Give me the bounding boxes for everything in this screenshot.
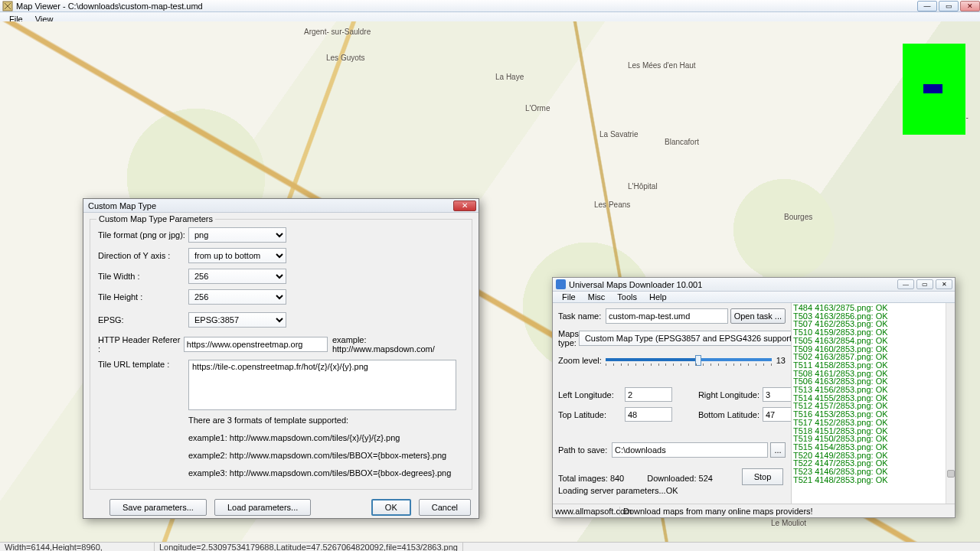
dialog1-titlebar[interactable]: Custom Map Type ✕ [83, 199, 479, 213]
tile-width-label: Tile Width : [98, 272, 188, 281]
template-textarea[interactable]: https://tile-c.openstreetmap.fr/hot/{z}/… [188, 360, 456, 410]
save-parameters-button[interactable]: Save parameters... [109, 499, 207, 516]
footer-url: www.allmapsoft.com [553, 507, 620, 516]
town-label: Argent- sur-Sauldre [304, 28, 371, 36]
town-label: L'Orme [525, 104, 550, 112]
downloader-menu-help[interactable]: Help [643, 291, 673, 303]
downloader-menu-tools[interactable]: Tools [611, 291, 643, 303]
overview-panel[interactable] [903, 44, 965, 135]
town-label: La Haye [495, 73, 524, 81]
epsg-select[interactable]: EPSG:3857 [188, 312, 286, 328]
path-browse-button[interactable]: ... [770, 442, 786, 458]
server-status-line: Loading server parameters...OK [558, 486, 786, 495]
maps-type-label: Maps type: [558, 329, 579, 347]
dialog2-title: Universal Maps Downloader 10.001 [569, 280, 897, 289]
overview-viewport-box[interactable] [923, 84, 942, 93]
open-task-button[interactable]: Open task ... [730, 308, 786, 324]
zoom-slider[interactable] [606, 353, 772, 368]
status-bar: Width=6144,Height=8960, X=3224,Y=4270 Lo… [0, 542, 980, 551]
town-label: Bourges [784, 213, 812, 221]
downloader-dialog: Universal Maps Downloader 10.001 — ▭ ✕ F… [552, 277, 956, 518]
task-name-input[interactable] [606, 308, 728, 324]
status-geo: Longitude=2.53097534179688,Latitude=47.5… [155, 543, 463, 551]
zoom-value: 13 [776, 356, 786, 365]
town-label: La Savatrie [599, 130, 639, 139]
task-name-label: Task name: [558, 311, 606, 321]
example-1: example1: http://www.mapsdown.com/tiles/… [188, 433, 464, 442]
ok-button[interactable]: OK [371, 499, 411, 516]
footer-tagline: Download maps from many online maps prov… [620, 507, 813, 516]
example-3: example3: http://www.mapsdown.com/tiles/… [188, 468, 464, 478]
total-images-label: Total images: [558, 474, 608, 483]
dialog1-close-button[interactable]: ✕ [453, 201, 476, 211]
path-save-input[interactable] [612, 442, 768, 458]
direction-y-label: Direction of Y axis : [98, 251, 188, 260]
left-longitude-input[interactable] [625, 387, 672, 402]
town-label: Blancafort [665, 138, 699, 146]
load-parameters-button[interactable]: Load parameters... [214, 499, 311, 516]
right-longitude-label: Right Longitude: [688, 390, 763, 399]
town-label: L'Hôpital [628, 182, 658, 191]
log-vertical-scrollbar[interactable] [946, 303, 955, 505]
downloaded-value: 524 [699, 474, 713, 483]
cancel-button[interactable]: Cancel [419, 499, 471, 516]
dialog2-titlebar[interactable]: Universal Maps Downloader 10.001 — ▭ ✕ [553, 278, 955, 292]
referer-label: HTTP Header Referer : [98, 335, 184, 354]
total-images-value: 840 [610, 474, 624, 483]
main-title: Map Viewer - C:\downloads\custom-map-tes… [15, 2, 916, 11]
direction-y-select[interactable]: from up to bottom [188, 248, 286, 263]
bottom-latitude-label: Bottom Latitude: [688, 410, 763, 419]
groupbox-legend: Custom Map Type Parameters [96, 214, 215, 223]
left-longitude-label: Left Longitude: [558, 390, 625, 399]
example-2: example2: http://www.mapsdown.com/tiles/… [188, 451, 464, 460]
tile-height-label: Tile Height : [98, 292, 188, 302]
town-label: Les Peans [594, 201, 630, 209]
log-line: T521 4148/2853.png: OK [793, 476, 944, 484]
top-latitude-label: Top Latitude: [558, 410, 625, 419]
main-titlebar[interactable]: Map Viewer - C:\downloads\custom-map-tes… [0, 0, 980, 12]
dialog1-title: Custom Map Type [88, 201, 453, 210]
custom-map-type-dialog: Custom Map Type ✕ Custom Map Type Parame… [83, 198, 479, 519]
close-button[interactable]: ✕ [960, 1, 980, 11]
tile-width-select[interactable]: 256 [188, 269, 286, 284]
downloader-icon [556, 279, 566, 289]
params-groupbox: Custom Map Type Parameters Tile format (… [90, 219, 472, 490]
examples-header: There are 3 formats of template supporte… [188, 416, 464, 425]
referer-input[interactable] [184, 337, 328, 352]
town-label: Le Mouliot [771, 519, 806, 527]
tile-format-label: Tile format (png or jpg): [98, 230, 188, 240]
minimize-button[interactable]: — [917, 1, 937, 11]
dialog2-maximize-button[interactable]: ▭ [916, 279, 933, 289]
template-label: Tile URL template : [98, 360, 188, 369]
downloader-menu-misc[interactable]: Misc [582, 291, 612, 303]
downloader-menu-file[interactable]: File [556, 291, 582, 303]
town-label: Les Mées d'en Haut [628, 61, 696, 70]
log-line: T517 4152/2853.png: OK [793, 419, 944, 427]
app-icon [2, 1, 13, 11]
log-panel: T484 4163/2875.png: OKT503 4163/2856.png… [791, 303, 955, 516]
tile-height-select[interactable]: 256 [188, 289, 286, 305]
scroll-thumb[interactable] [947, 470, 955, 478]
path-save-label: Path to save: [558, 445, 612, 455]
dialog2-close-button[interactable]: ✕ [936, 279, 952, 289]
downloaded-label: Downloaded: [647, 474, 696, 483]
epsg-label: EPSG: [98, 315, 188, 324]
downloader-statusbar: www.allmapsoft.com Download maps from ma… [553, 504, 955, 517]
log-list[interactable]: T484 4163/2875.png: OKT503 4163/2856.png… [792, 303, 946, 505]
dialog2-menubar: File Misc Tools Help [553, 292, 955, 303]
dialog2-minimize-button[interactable]: — [897, 279, 914, 289]
referer-hint: example: http://www.mapsdown.com/ [332, 335, 464, 354]
zoom-level-label: Zoom level: [558, 356, 606, 365]
tile-format-select[interactable]: png [188, 227, 286, 243]
top-latitude-input[interactable] [625, 407, 672, 422]
stop-button[interactable]: Stop [742, 468, 783, 485]
town-label: Les Guyots [326, 54, 365, 62]
log-line: T505 4163/2854.png: OK [793, 337, 944, 345]
status-dimensions: Width=6144,Height=8960, X=3224,Y=4270 [0, 543, 155, 551]
maximize-button[interactable]: ▭ [939, 1, 959, 11]
maps-type-select[interactable]: Custom Map Type (EPSG3857 and EPSG4326 s… [579, 331, 820, 346]
